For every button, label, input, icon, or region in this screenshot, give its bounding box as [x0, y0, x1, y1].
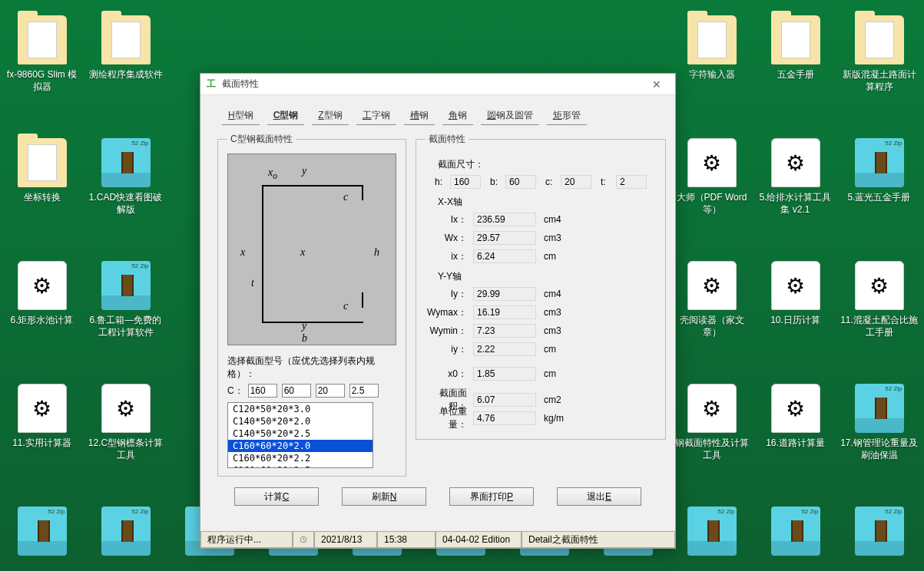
desktop-icon[interactable]: ⚙11.实用计算器: [0, 376, 84, 499]
desktop-icon-label: 5.给排水计算工具集 v2.1: [753, 192, 837, 216]
props-legend: 截面特性: [426, 133, 469, 146]
desktop-icon[interactable]: [84, 499, 167, 571]
section-diagram-fieldset: C型钢截面特性 xo y c x x h t c y b: [217, 133, 406, 477]
tab-strip: H型钢C型钢Z型钢工字钢槽钢角钢圆钢及圆管矩形管: [200, 95, 675, 130]
desktop-icon[interactable]: [753, 499, 837, 571]
app-window: 工 截面特性 ✕ H型钢C型钢Z型钢工字钢槽钢角钢圆钢及圆管矩形管 C型钢截面特…: [200, 73, 676, 549]
tab-6[interactable]: 圆钢及圆管: [481, 109, 539, 125]
desktop-icon-label: 16.道路计算量: [763, 437, 828, 450]
clock-icon: [293, 532, 314, 548]
app-icon: 工: [205, 78, 217, 91]
refresh-button[interactable]: 刷新N: [342, 487, 426, 506]
list-item[interactable]: C160*60*20*2.2: [228, 452, 373, 464]
desktop-icon[interactable]: ⚙5.给排水计算工具集 v2.1: [753, 130, 837, 253]
desktop-icon[interactable]: 5.蓝光五金手册: [837, 130, 921, 253]
desktop-icon[interactable]: ⚙6.矩形水池计算: [0, 253, 84, 376]
desktop-icon[interactable]: 字符输入器: [670, 8, 753, 130]
diagram-legend: C型钢截面特性: [227, 133, 296, 146]
status-running: 程序运行中...: [200, 532, 293, 548]
status-detail: Detail之截面特性: [522, 532, 675, 548]
titlebar[interactable]: 工 截面特性 ✕: [200, 74, 675, 95]
tab-0[interactable]: H型钢: [222, 109, 260, 125]
prop-row: Wx：29.57cm3: [426, 229, 656, 247]
section-props-fieldset: 截面特性 截面尺寸： h:160 b:60 c:20 t:2 X-X轴 Ix：2…: [416, 133, 666, 440]
tab-3[interactable]: 工字钢: [356, 109, 396, 125]
button-row: 计算C 刷新N 界面打印P 退出E: [217, 484, 658, 507]
tab-4[interactable]: 槽钢: [404, 109, 435, 125]
status-time: 15:38: [377, 532, 436, 548]
status-date: 2021/8/13: [314, 532, 377, 548]
window-title: 截面特性: [222, 78, 643, 91]
list-item[interactable]: C140*50*20*2.0: [228, 415, 373, 427]
desktop-icon-label: 壳阅读器（家文章）: [670, 315, 753, 338]
desktop-icon-label: 钢截面特性及计算工具: [670, 437, 753, 461]
desktop-icon-label: 大师（PDF Word等）: [670, 192, 753, 216]
desktop-icon[interactable]: [670, 499, 753, 571]
desktop-icon[interactable]: 17.钢管理论重量及刷油保温: [837, 376, 921, 499]
prop-row: 单位重量：4.76kg/m: [426, 409, 656, 427]
desktop-icon[interactable]: fx-9860G Slim 模拟器: [0, 8, 84, 130]
desktop-icon-label: 测绘程序集成软件: [86, 69, 166, 81]
desktop-icon[interactable]: 1.CAD快速看图破解版: [84, 130, 167, 253]
prop-row: Wymax：16.19cm3: [426, 303, 656, 322]
close-icon[interactable]: ✕: [643, 77, 671, 92]
desktop-icon[interactable]: ⚙12.C型钢檩条计算工具: [84, 376, 167, 499]
yy-axis-label: Y-Y轴: [438, 270, 656, 283]
desktop-icon-label: 11.混凝土配合比施工手册: [837, 315, 921, 338]
desktop-icon-label: 10.日历计算: [767, 315, 823, 327]
desktop-icon[interactable]: 五金手册: [753, 8, 837, 130]
desktop-icon-label: 6.鲁工箱—免费的工程计算软件: [84, 315, 167, 338]
print-button[interactable]: 界面打印P: [449, 487, 534, 506]
dim-label: 截面尺寸：: [438, 158, 656, 171]
desktop-icon-label: 6.矩形水池计算: [7, 315, 76, 327]
desktop-icon[interactable]: ⚙16.道路计算量: [753, 376, 837, 499]
tab-7[interactable]: 矩形管: [547, 109, 587, 125]
desktop-icon[interactable]: 6.鲁工箱—免费的工程计算软件: [84, 253, 167, 376]
desktop-icon-label: 坐标转换: [21, 192, 64, 204]
c-section-diagram: xo y c x x h t c y b: [227, 153, 396, 345]
desktop-icon[interactable]: 测绘程序集成软件: [84, 8, 167, 130]
prop-row: Iy：29.99cm4: [426, 285, 656, 303]
model-listbox[interactable]: C120*50*20*3.0C140*50*20*2.0C140*50*20*2…: [227, 402, 373, 468]
list-item[interactable]: C120*50*20*3.0: [228, 403, 373, 415]
tab-5[interactable]: 角钢: [442, 109, 473, 125]
dim-values: h:160 b:60 c:20 t:2: [435, 173, 656, 191]
desktop-icon[interactable]: ⚙壳阅读器（家文章）: [670, 253, 753, 376]
exit-button[interactable]: 退出E: [557, 487, 641, 506]
list-item[interactable]: C160*60*20*2.0: [228, 440, 373, 452]
desktop-icon[interactable]: [837, 499, 921, 571]
sel-h-input[interactable]: [248, 384, 277, 398]
desktop-icon[interactable]: 坐标转换: [0, 130, 84, 253]
prop-row: Ix：236.59cm4: [426, 210, 656, 229]
sel-b-input[interactable]: [282, 384, 311, 398]
list-item[interactable]: C140*50*20*2.5: [228, 427, 373, 440]
sel-t-input[interactable]: [349, 384, 379, 398]
calc-button[interactable]: 计算C: [234, 487, 319, 506]
prop-row: iy：2.22cm: [426, 340, 656, 358]
selector-prefix: C：: [227, 385, 243, 398]
desktop-icon[interactable]: ⚙钢截面特性及计算工具: [670, 376, 753, 499]
tab-1[interactable]: C型钢: [267, 109, 305, 125]
desktop-icon-label: 1.CAD快速看图破解版: [84, 192, 167, 216]
tab-2[interactable]: Z型钢: [312, 109, 348, 125]
list-item[interactable]: C160*60*20*2.5: [228, 464, 373, 468]
sel-c-input[interactable]: [316, 384, 345, 398]
desktop-icon-label: 五金手册: [774, 69, 817, 81]
status-edition: 04-04-02 Edition: [436, 532, 522, 548]
desktop-icon[interactable]: ⚙大师（PDF Word等）: [670, 130, 753, 253]
desktop-icon[interactable]: [0, 499, 84, 571]
desktop-icon-label: 17.钢管理论重量及刷油保温: [837, 437, 921, 461]
desktop-icon[interactable]: ⚙10.日历计算: [753, 253, 837, 376]
desktop-icon-label: 11.实用计算器: [9, 437, 75, 450]
selector-inputs: C：: [227, 384, 396, 398]
desktop-icon-label: 12.C型钢檩条计算工具: [84, 437, 167, 461]
statusbar: 程序运行中... 2021/8/13 15:38 04-04-02 Editio…: [200, 531, 675, 548]
prop-row: ix：6.24cm: [426, 247, 656, 266]
desktop-icon-label: fx-9860G Slim 模拟器: [0, 69, 84, 93]
desktop-icon-label: 新版混凝土路面计算程序: [837, 69, 921, 93]
desktop-icon[interactable]: ⚙11.混凝土配合比施工手册: [837, 253, 921, 376]
desktop-icon-label: 5.蓝光五金手册: [844, 192, 913, 204]
selector-label: 选择截面型号（应优先选择列表内规格）：: [227, 355, 396, 381]
xx-axis-label: X-X轴: [438, 196, 656, 209]
desktop-icon[interactable]: 新版混凝土路面计算程序: [837, 8, 921, 130]
